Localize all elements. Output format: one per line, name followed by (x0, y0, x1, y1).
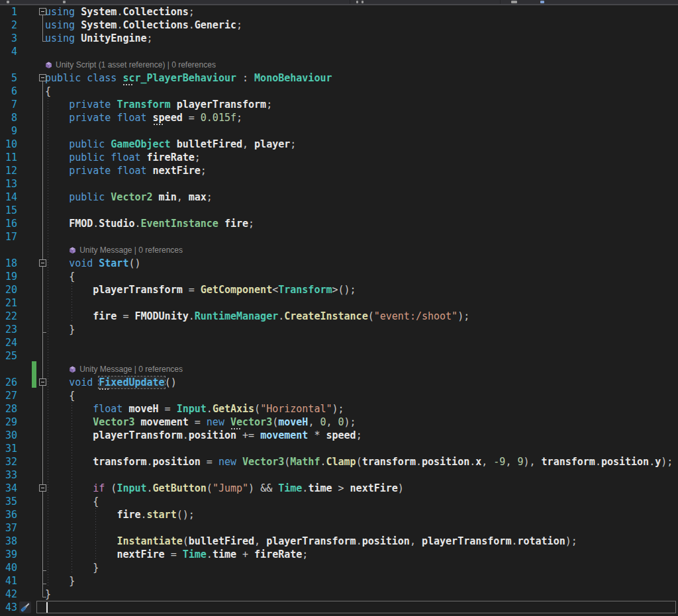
code-line[interactable]: 17 (0, 230, 678, 243)
line-number[interactable]: 18 (0, 257, 17, 270)
line-number[interactable]: 1 (0, 5, 17, 19)
code-line[interactable]: 22 fire = FMODUnity.RuntimeManager.Creat… (0, 310, 678, 323)
code-line[interactable]: 24 (0, 336, 678, 349)
code-line[interactable]: 18 void Start() (0, 257, 678, 270)
line-number[interactable]: 40 (0, 561, 17, 574)
code-line[interactable]: 34 if (Input.GetButton("Jump") && Time.t… (0, 482, 678, 495)
code-line[interactable]: 21 (0, 296, 678, 310)
code-line[interactable]: 10 public GameObject bulletFired, player… (0, 138, 678, 151)
code-line[interactable]: 20 playerTransform = GetComponent<Transf… (0, 283, 678, 296)
fold-toggle-collapse[interactable] (39, 74, 46, 81)
code-line[interactable]: 11 public float fireRate; (0, 151, 678, 164)
line-number[interactable]: 22 (0, 310, 17, 323)
code-line[interactable]: 8 private float speed = 0.015f; (0, 111, 678, 124)
code-line[interactable]: 28 float moveH = Input.GetAxis("Horizont… (0, 402, 678, 416)
code-line[interactable]: 12 private float nextFire; (0, 164, 678, 177)
line-number[interactable]: 4 (0, 45, 17, 58)
code-line[interactable]: 9 (0, 124, 678, 138)
code-line[interactable]: 4 (0, 45, 678, 58)
code-line[interactable]: 33 (0, 468, 678, 482)
line-number[interactable]: 19 (0, 270, 17, 283)
code-line[interactable]: 6{ (0, 85, 678, 98)
code-line[interactable]: 2using System.Collections.Generic; (0, 19, 678, 32)
code-line[interactable]: 41 } (0, 574, 678, 588)
navbar-dropdown-icon[interactable] (511, 1, 517, 3)
line-number[interactable]: 43 (0, 601, 17, 614)
line-number[interactable]: 16 (0, 217, 17, 230)
line-number[interactable]: 26 (0, 376, 17, 389)
line-number[interactable]: 36 (0, 508, 17, 521)
line-number[interactable]: 6 (0, 85, 17, 98)
code-line[interactable]: 25 (0, 349, 678, 363)
code-line[interactable]: 42} (0, 588, 678, 601)
line-number[interactable]: 14 (0, 191, 17, 204)
line-number[interactable]: 9 (0, 124, 17, 138)
line-number[interactable]: 8 (0, 111, 17, 124)
code-line[interactable]: 5public class scr_PlayerBehaviour : Mono… (0, 71, 678, 85)
code-line[interactable]: 23 } (0, 323, 678, 336)
line-number[interactable]: 32 (0, 455, 17, 468)
code-line[interactable]: 26 void FixedUpdate() (0, 376, 678, 389)
line-number[interactable]: 37 (0, 521, 17, 535)
code-line[interactable]: 1using System.Collections; (0, 5, 678, 19)
code-line[interactable]: 7 private Transform playerTransform; (0, 98, 678, 111)
code-line[interactable]: 15 (0, 204, 678, 217)
fold-toggle-collapse[interactable] (39, 378, 46, 386)
code-line[interactable]: 39 nextFire = Time.time + fireRate; (0, 548, 678, 561)
line-number[interactable]: 3 (0, 32, 17, 45)
line-number[interactable]: 27 (0, 389, 17, 402)
fold-toggle-collapse[interactable] (39, 259, 46, 267)
line-number[interactable]: 35 (0, 495, 17, 508)
code-line[interactable]: 16 FMOD.Studio.EventInstance fire; (0, 217, 678, 230)
line-number[interactable]: 12 (0, 164, 17, 177)
code-line[interactable]: 35 { (0, 495, 678, 508)
code-line[interactable]: 32 transform.position = new Vector3(Math… (0, 455, 678, 468)
code-line[interactable]: 13 (0, 177, 678, 191)
line-number[interactable]: 31 (0, 442, 17, 455)
line-number[interactable]: 29 (0, 416, 17, 429)
code-line[interactable]: 31 (0, 442, 678, 455)
line-number[interactable]: 33 (0, 468, 17, 482)
codelens-row[interactable]: Unity Message | 0 references (0, 243, 678, 257)
code-line[interactable]: 37 (0, 521, 678, 535)
code-line[interactable]: 14 public Vector2 min, max; (0, 191, 678, 204)
line-number[interactable]: 28 (0, 402, 17, 416)
code-line[interactable]: 19 { (0, 270, 678, 283)
code-line[interactable]: 40 } (0, 561, 678, 574)
line-number[interactable]: 30 (0, 429, 17, 442)
code-editor[interactable]: 1using System.Collections;2using System.… (0, 5, 678, 616)
line-number[interactable]: 41 (0, 574, 17, 588)
line-number[interactable]: 24 (0, 336, 17, 349)
quick-actions-button[interactable] (19, 601, 31, 613)
codelens-row[interactable]: Unity Script (1 asset reference) | 0 ref… (0, 58, 678, 71)
code-line[interactable]: 29 Vector3 movement = new Vector3(moveH,… (0, 416, 678, 429)
code-line[interactable]: 27 { (0, 389, 678, 402)
code-line[interactable]: 3using UnityEngine; (0, 32, 678, 45)
line-number[interactable]: 17 (0, 230, 17, 243)
line-number[interactable]: 11 (0, 151, 17, 164)
line-number[interactable]: 21 (0, 296, 17, 310)
line-number[interactable]: 2 (0, 19, 17, 32)
line-number[interactable]: 23 (0, 323, 17, 336)
navigation-bar[interactable] (0, 0, 678, 5)
line-number[interactable]: 42 (0, 588, 17, 601)
code-line[interactable]: 36 fire.start(); (0, 508, 678, 521)
codelens-row[interactable]: Unity Message | 0 references (0, 363, 678, 376)
line-number[interactable]: 15 (0, 204, 17, 217)
line-number[interactable]: 38 (0, 535, 17, 548)
line-number[interactable]: 25 (0, 349, 17, 363)
line-number[interactable]: 7 (0, 98, 17, 111)
line-number[interactable]: 34 (0, 482, 17, 495)
code-line[interactable]: 38 Instantiate(bulletFired, playerTransf… (0, 535, 678, 548)
navbar-dropdown-icon[interactable] (540, 1, 544, 3)
line-number[interactable]: 10 (0, 138, 17, 151)
codelens-label[interactable]: Unity Message | 0 references (69, 363, 183, 376)
line-number[interactable]: 13 (0, 177, 17, 191)
fold-toggle-collapse[interactable] (39, 8, 46, 15)
codelens-label[interactable]: Unity Message | 0 references (69, 243, 183, 257)
fold-toggle-collapse[interactable] (39, 484, 46, 492)
line-number[interactable]: 5 (0, 71, 17, 85)
line-number[interactable]: 39 (0, 548, 17, 561)
codelens-label[interactable]: Unity Script (1 asset reference) | 0 ref… (45, 58, 216, 71)
code-line[interactable]: 30 playerTransform.position += movement … (0, 429, 678, 442)
